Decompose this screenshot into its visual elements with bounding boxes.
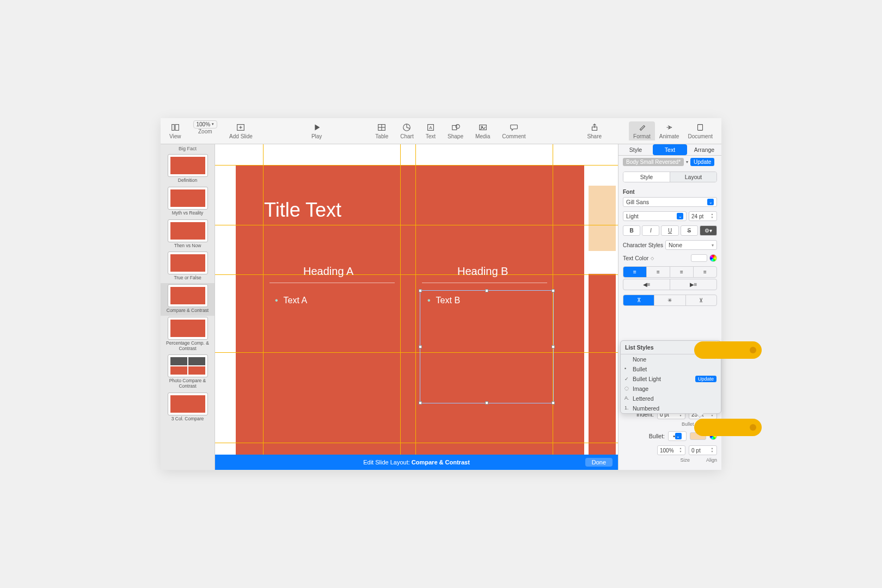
svg-point-13 [456, 125, 460, 128]
list-style-option[interactable]: 1.Numbered [621, 403, 721, 413]
shape-icon [451, 122, 461, 132]
text-color-swatch[interactable] [691, 254, 707, 262]
update-list-style-button[interactable]: Update [695, 376, 716, 382]
update-style-button[interactable]: Update [690, 158, 714, 166]
bullet-label: Bullet: [649, 433, 665, 439]
chart-icon [402, 122, 412, 132]
animate-icon [664, 122, 674, 132]
table-button[interactable]: Table [371, 121, 393, 140]
character-styles-select[interactable]: None▾ [665, 240, 717, 250]
character-styles-label: Character Styles [623, 242, 663, 248]
font-label: Font [618, 186, 721, 195]
style-layout-segment[interactable]: Style Layout [623, 171, 717, 182]
paragraph-style-select[interactable]: Body Small Reversed* [623, 158, 684, 166]
text-color-label: Text Color [623, 255, 648, 261]
thumbnail-label: Percentage Comp. & Contrast [163, 341, 212, 353]
svg-marker-5 [315, 125, 320, 131]
bold-button[interactable]: B [623, 225, 640, 236]
align-left-icon[interactable]: ≡ [623, 267, 646, 277]
share-button[interactable]: Share [583, 121, 606, 140]
title-placeholder[interactable]: Title Text [264, 199, 341, 222]
media-button[interactable]: Media [471, 121, 494, 140]
valign-middle-icon[interactable]: ✳ [654, 295, 685, 305]
list-style-option[interactable]: ◌Image [621, 384, 721, 394]
slide-thumbnail[interactable]: Then vs Now [161, 218, 215, 251]
view-button[interactable]: View [165, 121, 186, 140]
text-a-placeholder[interactable]: Text A [275, 296, 307, 305]
popover-title: List Styles [625, 344, 654, 351]
slide-thumbnail[interactable]: Definition [161, 153, 215, 186]
color-picker-button[interactable] [709, 254, 717, 262]
font-weight-select[interactable]: Light⌄ [623, 211, 687, 221]
play-button[interactable]: Play [307, 121, 326, 140]
thumbnail-label: 3 Col. Compare [171, 416, 204, 423]
annotation-callout [708, 341, 762, 359]
format-button[interactable]: Format [629, 121, 655, 140]
align-center-icon[interactable]: ≡ [646, 267, 670, 277]
list-style-option[interactable]: A.Lettered [621, 394, 721, 403]
shape-button[interactable]: Shape [443, 121, 468, 140]
bullet-char-select[interactable]: •⌄ [668, 431, 687, 441]
animate-button[interactable]: Animate [655, 121, 684, 140]
tab-text[interactable]: Text [653, 144, 687, 155]
view-icon [170, 122, 180, 132]
text-button[interactable]: AText [421, 121, 440, 140]
thumbnail-label: Photo Compare & Contrast [163, 378, 212, 390]
divider [422, 283, 547, 283]
comment-button[interactable]: Comment [498, 121, 530, 140]
heading-b-placeholder[interactable]: Heading B [457, 265, 508, 278]
thumbnail-label: Myth vs Reality [172, 211, 204, 217]
indent-segment[interactable]: ◀≡ ▶≡ [623, 279, 717, 290]
zoom-button[interactable]: 100%▾Zoom [189, 121, 222, 140]
play-icon [312, 122, 322, 132]
strikethrough-button[interactable]: S [681, 225, 698, 236]
chevron-down-icon: ⌄ [675, 433, 682, 439]
list-style-option[interactable]: ✓Bullet LightUpdate [621, 374, 721, 384]
slide-thumbnail[interactable]: Compare & Contrast [161, 283, 215, 316]
add-slide-button[interactable]: Add Slide [225, 121, 257, 140]
toolbar: View 100%▾Zoom Add Slide Play Table Char… [161, 118, 721, 144]
comment-icon [509, 122, 519, 132]
thumbnail-label: True or False [174, 275, 201, 282]
slide-canvas[interactable]: Title Text Heading A Heading B Text A Te… [215, 144, 618, 470]
chevron-down-icon: ▾ [212, 122, 214, 126]
slide-thumbnail[interactable]: Percentage Comp. & Contrast [161, 316, 215, 354]
outdent-icon[interactable]: ◀≡ [623, 279, 670, 290]
underline-button[interactable]: U [661, 225, 678, 236]
tab-style[interactable]: Style [618, 144, 653, 155]
slide-thumbnail[interactable]: 3 Col. Compare [161, 391, 215, 424]
valign-bottom-icon[interactable]: ⊻ [685, 295, 716, 305]
italic-button[interactable]: I [642, 225, 659, 236]
list-style-option[interactable]: •Bullet [621, 364, 721, 374]
tab-arrange[interactable]: Arrange [687, 144, 721, 155]
align-justify-icon[interactable]: ≡ [693, 267, 716, 277]
slide-thumbnail[interactable]: True or False [161, 250, 215, 283]
advanced-options-button[interactable]: ⚙︎▾ [700, 225, 717, 236]
valign-top-icon[interactable]: ⊼ [623, 295, 654, 305]
table-icon [377, 122, 387, 132]
divider [270, 283, 395, 283]
indent-icon[interactable]: ▶≡ [670, 279, 716, 290]
slide-thumbnail[interactable]: Myth vs Reality [161, 186, 215, 218]
align-right-icon[interactable]: ≡ [670, 267, 693, 277]
bullet-align-field[interactable]: 0 pt▲▼ [689, 445, 717, 455]
alignment-guide [215, 352, 618, 353]
bullet-size-field[interactable]: 100%▲▼ [657, 445, 685, 455]
text-icon: A [426, 122, 436, 132]
vertical-align-segment[interactable]: ⊼ ✳ ⊻ [623, 295, 717, 306]
selection-box[interactable] [420, 290, 554, 403]
done-button[interactable]: Done [585, 458, 612, 467]
chevron-down-icon[interactable]: ▾ [686, 160, 688, 164]
alignment-guide [263, 144, 264, 470]
font-size-field[interactable]: 24 pt▲▼ [689, 211, 717, 221]
thumbnail-label: Then vs Now [174, 243, 201, 250]
chart-button[interactable]: Chart [396, 121, 418, 140]
heading-a-placeholder[interactable]: Heading A [303, 265, 353, 278]
document-button[interactable]: Document [683, 121, 717, 140]
font-family-select[interactable]: Gill Sans⌄ [623, 197, 717, 207]
slide-thumbnail[interactable]: Photo Compare & Contrast [161, 353, 215, 391]
media-icon [478, 122, 488, 132]
horizontal-align-segment[interactable]: ≡ ≡ ≡ ≡ [623, 266, 717, 278]
slide-navigator: Big Fact DefinitionMyth vs RealityThen v… [161, 144, 215, 470]
accent-block [589, 274, 616, 470]
